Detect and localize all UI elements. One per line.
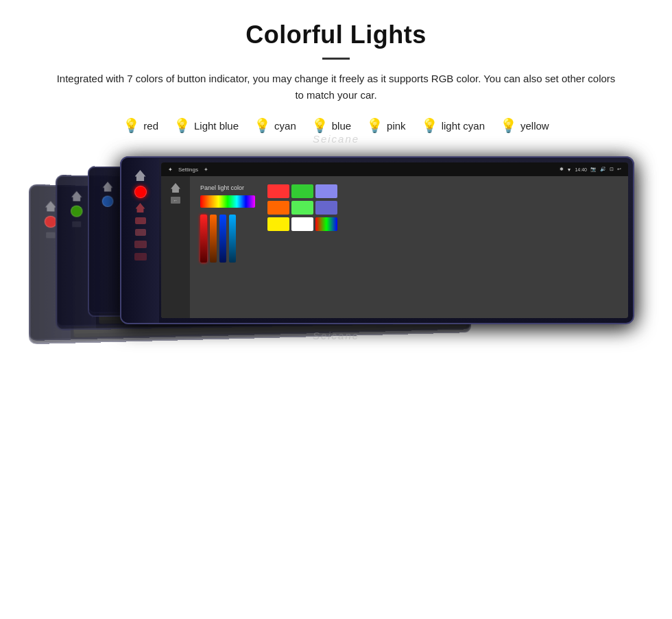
color-label-red: red (143, 120, 158, 132)
title-section: Colorful Lights (27, 21, 645, 60)
bottom-panel-light-label: Panel light color (200, 184, 255, 191)
bottom-side-btn-2 (135, 229, 146, 236)
color-label-blue: blue (332, 120, 351, 132)
bottom-power-btn-red (134, 186, 147, 198)
watermark-top: Seicane (313, 133, 359, 145)
color-item-yellow: 💡 yellow (500, 117, 549, 134)
bottom-side-btn-1 (135, 217, 146, 224)
bulb-pink-icon: 💡 (366, 117, 383, 134)
description-text: Integrated with 7 colors of button indic… (55, 71, 617, 104)
title-divider (322, 58, 350, 60)
page-title: Colorful Lights (27, 21, 645, 49)
page-wrapper: Colorful Lights Integrated with 7 colors… (0, 0, 672, 376)
color-label-lightcyan: light cyan (442, 120, 485, 132)
bulb-cyan-icon: 💡 (254, 117, 271, 134)
device-bottom-left-panel (121, 158, 159, 323)
bottom-color-grid (267, 184, 337, 231)
bottom-side-btn-3 (134, 241, 147, 248)
bottom-screen-body: ← Panel light color (161, 176, 628, 318)
bulb-blue-icon: 💡 (311, 117, 328, 134)
bulb-lightblue-icon: 💡 (173, 117, 191, 134)
color-item-blue: 💡 blue (311, 117, 351, 134)
device-bottom-screen: ✦ Settings ✦ ✱ ▼ 14:40 📷 🔊 ⊡ ↩ (161, 162, 628, 318)
color-label-lightblue: Light blue (194, 120, 239, 132)
bottom-screen-main: Panel light color (190, 176, 628, 318)
color-indicators-row: 💡 red 💡 Light blue 💡 cyan 💡 blue 💡 pink … (27, 117, 645, 134)
bottom-side-btn-4 (134, 253, 147, 260)
color-item-lightcyan: 💡 light cyan (421, 117, 485, 134)
color-item-lightblue: 💡 Light blue (173, 117, 239, 134)
bulb-red-icon: 💡 (123, 117, 140, 134)
color-item-pink: 💡 pink (366, 117, 406, 134)
bottom-screen-statusbar: ✦ Settings ✦ ✱ ▼ 14:40 📷 🔊 ⊡ ↩ (161, 162, 628, 176)
watermark-bottom: Seicane (313, 330, 359, 341)
bottom-home-icon (135, 170, 146, 181)
bottom-panel-color-section: Panel light color (200, 184, 255, 263)
color-label-pink: pink (387, 120, 406, 132)
bottom-screen-left-nav: ← (161, 176, 190, 318)
color-item-red: 💡 red (123, 117, 158, 134)
bottom-status-time: 14:40 (575, 167, 587, 172)
bottom-product-section: ✦ Settings ✦ ✱ ▼ 14:40 📷 🔊 ⊡ ↩ (27, 153, 645, 348)
color-label-cyan: cyan (274, 120, 296, 132)
color-item-cyan: 💡 cyan (254, 117, 296, 134)
bulb-lightcyan-icon: 💡 (421, 117, 438, 134)
device-bottom-front: ✦ Settings ✦ ✱ ▼ 14:40 📷 🔊 ⊡ ↩ (120, 156, 634, 324)
bulb-yellow-icon: 💡 (500, 117, 517, 134)
bottom-home-icon-red (136, 203, 145, 213)
color-label-yellow: yellow (520, 120, 549, 132)
bottom-color-bars (200, 215, 255, 263)
